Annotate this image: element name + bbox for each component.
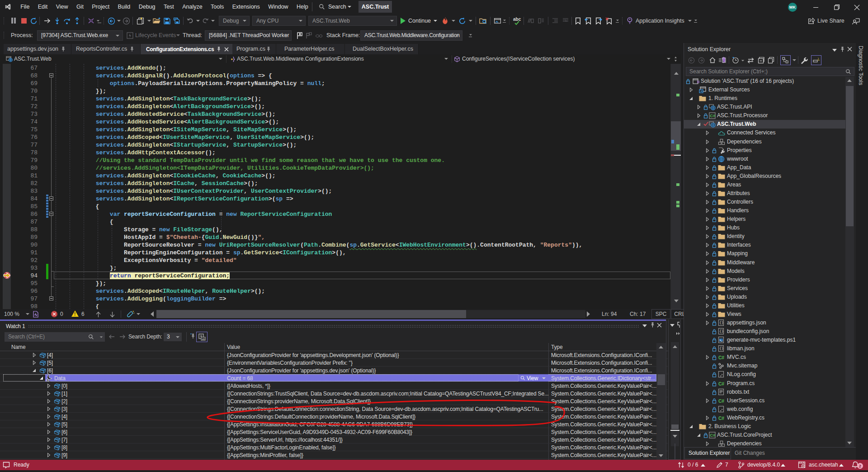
svg-text:C#: C# (710, 433, 716, 438)
svg-text:{}: {} (719, 347, 724, 351)
svg-text:{}: {} (719, 321, 724, 325)
svg-text:C#: C# (710, 114, 716, 119)
svg-text:C#: C# (718, 415, 724, 420)
svg-text:C#: C# (718, 381, 724, 386)
svg-text:C#: C# (718, 355, 724, 360)
svg-text:{}: {} (719, 329, 724, 334)
svg-text:ab: ab (202, 338, 205, 340)
svg-text:C#: C# (718, 398, 724, 403)
